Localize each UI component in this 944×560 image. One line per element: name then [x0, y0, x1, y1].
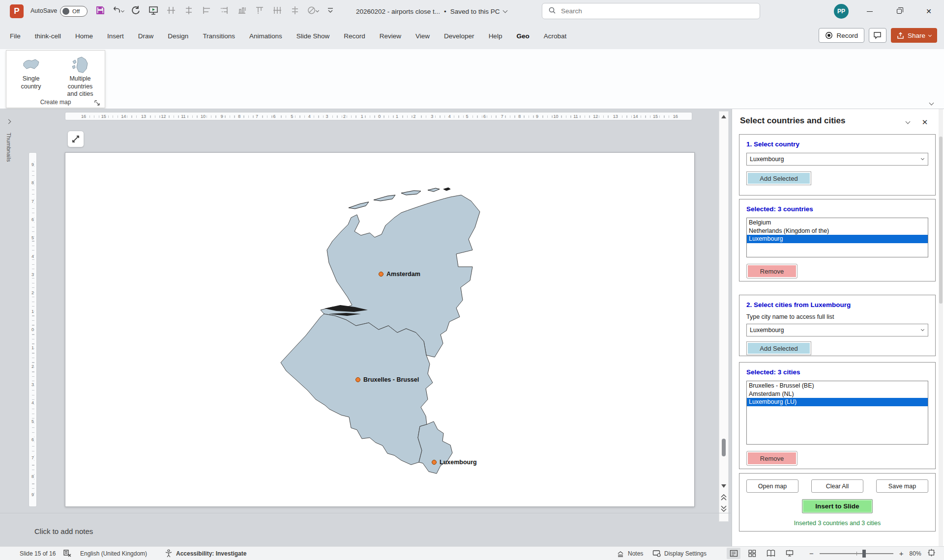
pane-close-icon[interactable]: ✕: [919, 117, 930, 128]
slide-indicator[interactable]: Slide 15 of 16: [20, 547, 56, 560]
ribbon-tab[interactable]: File: [10, 32, 21, 40]
benelux-map[interactable]: [277, 187, 482, 476]
countries-listbox[interactable]: BelgiumNetherlands (Kingdom of the)Luxem…: [746, 218, 928, 257]
powerpoint-logo[interactable]: P: [10, 4, 24, 18]
comments-button[interactable]: [869, 28, 886, 43]
slide-canvas[interactable]: AmsterdamBruxelles - BrusselLuxembourg: [65, 152, 695, 507]
pane-collapse-chevron-icon[interactable]: [906, 119, 911, 124]
scrollbar-thumb[interactable]: [722, 439, 726, 456]
country-list-item[interactable]: Belgium: [747, 219, 928, 227]
clear-all-button[interactable]: Clear All: [811, 479, 863, 493]
add-selected-country-button[interactable]: Add Selected: [746, 171, 811, 185]
search-box[interactable]: [542, 3, 760, 19]
ribbon-tab[interactable]: Help: [489, 32, 502, 40]
country-list-item[interactable]: Luxembourg: [747, 235, 928, 243]
saved-status-chevron-icon[interactable]: [503, 8, 508, 13]
cities-listbox[interactable]: Bruxelles - Brussel (BE)Amsterdam (NL)Lu…: [746, 381, 928, 445]
zoom-out-button[interactable]: −: [809, 549, 814, 558]
ribbon-tab[interactable]: Record: [344, 32, 365, 40]
slide-sorter-view-button[interactable]: [745, 548, 759, 559]
city-dropdown[interactable]: Luxembourg: [746, 324, 928, 336]
ribbon-tab[interactable]: Draw: [138, 32, 154, 40]
redo-icon[interactable]: [130, 4, 142, 17]
saved-status[interactable]: Saved to this PC: [450, 8, 500, 15]
avatar[interactable]: PP: [834, 4, 849, 19]
reading-view-button[interactable]: [764, 548, 778, 559]
previous-slide-button[interactable]: [719, 493, 728, 503]
ribbon-tab[interactable]: Geo: [516, 32, 529, 40]
slideshow-view-button[interactable]: [783, 548, 796, 559]
dialog-launcher-icon[interactable]: [94, 100, 101, 107]
record-label: Record: [836, 32, 858, 39]
city-list-item[interactable]: Luxembourg (LU): [747, 398, 928, 406]
search-input[interactable]: [561, 7, 738, 15]
ribbon-collapse-chevron-icon[interactable]: [929, 101, 934, 106]
ribbon-tab[interactable]: think-cell: [35, 32, 61, 40]
country-dropdown[interactable]: Luxembourg: [746, 153, 928, 166]
close-button[interactable]: ✕: [920, 6, 937, 17]
ruler-number: 3: [31, 272, 34, 278]
zoom-slider-thumb[interactable]: [862, 550, 866, 558]
ribbon-tab[interactable]: Design: [168, 32, 188, 40]
ribbon-tab[interactable]: View: [415, 32, 430, 40]
save-icon[interactable]: [94, 4, 106, 17]
thinkcell-tool-button[interactable]: [67, 131, 84, 147]
minimize-button[interactable]: [861, 6, 878, 17]
canvas-scrollbar[interactable]: [719, 111, 729, 522]
ribbon-tab[interactable]: Animations: [249, 32, 282, 40]
remove-country-button[interactable]: Remove: [746, 264, 797, 279]
restore-button[interactable]: [891, 6, 908, 17]
ribbon-tab[interactable]: Developer: [444, 32, 474, 40]
pane-scrollbar-thumb[interactable]: [939, 137, 943, 304]
normal-view-button[interactable]: [727, 548, 740, 559]
notes-toggle[interactable]: Notes: [617, 547, 643, 560]
zoom-slider[interactable]: [820, 553, 893, 554]
scroll-down-icon[interactable]: [719, 481, 728, 491]
notes-pane[interactable]: Click to add notes: [0, 513, 731, 546]
record-button[interactable]: Record: [819, 28, 864, 43]
city-marker[interactable]: Amsterdam: [379, 271, 420, 278]
city-marker[interactable]: Luxembourg: [432, 459, 477, 466]
autosave-toggle[interactable]: Off: [60, 6, 88, 17]
ruler-number: 6: [31, 217, 34, 223]
city-marker[interactable]: Bruxelles - Brussel: [355, 376, 419, 383]
thumbnails-pane-collapsed[interactable]: Thumbnails: [0, 109, 20, 546]
city-list-item[interactable]: Bruxelles - Brussel (BE): [747, 382, 928, 390]
ribbon-tab[interactable]: Review: [380, 32, 401, 40]
pane-scrollbar[interactable]: [939, 109, 943, 546]
ribbon-tab[interactable]: Transitions: [203, 32, 235, 40]
country-list-item[interactable]: Netherlands (Kingdom of the): [747, 227, 928, 235]
ribbon-tab[interactable]: Acrobat: [544, 32, 567, 40]
next-slide-button[interactable]: [719, 504, 728, 513]
accessibility-status[interactable]: Accessibility: Investigate: [176, 547, 246, 560]
remove-city-button[interactable]: Remove: [746, 451, 797, 466]
single-country-button[interactable]: Single country: [7, 55, 55, 98]
city-list-item[interactable]: Amsterdam (NL): [747, 390, 928, 398]
ruler-number: 7: [255, 114, 259, 119]
zoom-level[interactable]: 80%: [910, 550, 921, 557]
add-selected-city-button[interactable]: Add Selected: [746, 341, 811, 355]
save-map-button[interactable]: Save map: [876, 479, 928, 493]
language-indicator[interactable]: English (United Kingdom): [80, 547, 147, 560]
ribbon-tab[interactable]: Insert: [107, 32, 124, 40]
fit-slide-button[interactable]: [927, 549, 936, 558]
insert-to-slide-button[interactable]: Insert to Slide: [802, 499, 873, 513]
proofing-errors-icon[interactable]: [63, 547, 72, 560]
notes-placeholder[interactable]: Click to add notes: [34, 527, 93, 535]
ribbon-tab[interactable]: Home: [75, 32, 93, 40]
start-slideshow-icon[interactable]: [148, 4, 159, 17]
expand-thumbnails-icon[interactable]: [6, 119, 11, 124]
ribbon-tab[interactable]: Slide Show: [296, 32, 330, 40]
tc-align-right-icon: [218, 4, 230, 17]
share-button[interactable]: Share: [891, 28, 937, 43]
scroll-up-icon[interactable]: [719, 112, 728, 121]
undo-icon[interactable]: [112, 4, 124, 17]
multiple-countries-button[interactable]: Multiple countries and cities: [57, 55, 104, 98]
qat-customize-icon[interactable]: [324, 4, 336, 17]
undo-dropdown-icon[interactable]: [121, 9, 124, 12]
zoom-in-button[interactable]: +: [899, 549, 904, 558]
document-title-area[interactable]: 20260202 - airports close t... • Saved t…: [356, 0, 507, 23]
comment-icon: [873, 31, 882, 39]
display-settings[interactable]: Display Settings: [652, 547, 707, 560]
open-map-button[interactable]: Open map: [746, 479, 798, 493]
